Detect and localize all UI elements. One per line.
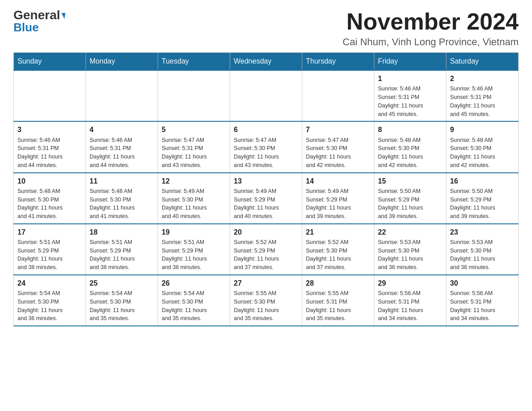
day-number: 11 xyxy=(90,176,154,186)
calendar-cell: 16Sunrise: 5:50 AM Sunset: 5:29 PM Dayli… xyxy=(446,173,519,224)
calendar-subtitle: Cai Nhum, Vinh Long Province, Vietnam xyxy=(343,36,519,48)
calendar-week-5: 24Sunrise: 5:54 AM Sunset: 5:30 PM Dayli… xyxy=(14,275,519,326)
day-info: Sunrise: 5:54 AM Sunset: 5:30 PM Dayligh… xyxy=(90,289,154,323)
day-info: Sunrise: 5:50 AM Sunset: 5:29 PM Dayligh… xyxy=(378,187,442,221)
day-info: Sunrise: 5:55 AM Sunset: 5:31 PM Dayligh… xyxy=(306,289,370,323)
day-info: Sunrise: 5:53 AM Sunset: 5:30 PM Dayligh… xyxy=(378,238,442,272)
calendar-cell: 24Sunrise: 5:54 AM Sunset: 5:30 PM Dayli… xyxy=(14,275,86,326)
day-number: 7 xyxy=(306,124,370,135)
weekday-header-sunday: Sunday xyxy=(14,53,86,71)
weekday-header-tuesday: Tuesday xyxy=(158,53,230,71)
weekday-header-monday: Monday xyxy=(86,53,158,71)
day-info: Sunrise: 5:56 AM Sunset: 5:31 PM Dayligh… xyxy=(378,289,442,323)
day-number: 10 xyxy=(17,176,82,186)
day-info: Sunrise: 5:54 AM Sunset: 5:30 PM Dayligh… xyxy=(17,289,82,323)
calendar-table: SundayMondayTuesdayWednesdayThursdayFrid… xyxy=(13,52,519,326)
calendar-cell xyxy=(86,70,158,121)
day-number: 6 xyxy=(234,124,298,135)
day-info: Sunrise: 5:48 AM Sunset: 5:30 PM Dayligh… xyxy=(17,187,82,221)
day-info: Sunrise: 5:49 AM Sunset: 5:29 PM Dayligh… xyxy=(306,187,370,221)
calendar-cell: 8Sunrise: 5:48 AM Sunset: 5:30 PM Daylig… xyxy=(374,121,446,172)
day-info: Sunrise: 5:50 AM Sunset: 5:29 PM Dayligh… xyxy=(450,187,515,221)
calendar-week-2: 3Sunrise: 5:46 AM Sunset: 5:31 PM Daylig… xyxy=(14,121,519,172)
day-number: 26 xyxy=(162,278,226,288)
calendar-cell: 18Sunrise: 5:51 AM Sunset: 5:29 PM Dayli… xyxy=(86,224,158,275)
calendar-cell xyxy=(230,70,302,121)
day-number: 9 xyxy=(450,124,515,135)
calendar-cell: 25Sunrise: 5:54 AM Sunset: 5:30 PM Dayli… xyxy=(86,275,158,326)
calendar-cell xyxy=(158,70,230,121)
day-number: 13 xyxy=(234,176,298,186)
calendar-week-4: 17Sunrise: 5:51 AM Sunset: 5:29 PM Dayli… xyxy=(14,224,519,275)
day-info: Sunrise: 5:51 AM Sunset: 5:29 PM Dayligh… xyxy=(17,238,82,272)
calendar-title: November 2024 xyxy=(343,9,519,34)
day-number: 20 xyxy=(234,227,298,237)
calendar-cell: 23Sunrise: 5:53 AM Sunset: 5:30 PM Dayli… xyxy=(446,224,519,275)
day-number: 22 xyxy=(378,227,442,237)
day-info: Sunrise: 5:54 AM Sunset: 5:30 PM Dayligh… xyxy=(162,289,226,323)
calendar-cell: 17Sunrise: 5:51 AM Sunset: 5:29 PM Dayli… xyxy=(14,224,86,275)
calendar-cell: 15Sunrise: 5:50 AM Sunset: 5:29 PM Dayli… xyxy=(374,173,446,224)
weekday-header-wednesday: Wednesday xyxy=(230,53,302,71)
day-info: Sunrise: 5:51 AM Sunset: 5:29 PM Dayligh… xyxy=(90,238,154,272)
day-number: 17 xyxy=(17,227,82,237)
day-info: Sunrise: 5:52 AM Sunset: 5:30 PM Dayligh… xyxy=(306,238,370,272)
calendar-cell: 29Sunrise: 5:56 AM Sunset: 5:31 PM Dayli… xyxy=(374,275,446,326)
day-info: Sunrise: 5:47 AM Sunset: 5:31 PM Dayligh… xyxy=(162,136,226,170)
title-area: November 2024 Cai Nhum, Vinh Long Provin… xyxy=(343,9,519,48)
day-number: 8 xyxy=(378,124,442,135)
calendar-cell: 19Sunrise: 5:51 AM Sunset: 5:29 PM Dayli… xyxy=(158,224,230,275)
day-number: 14 xyxy=(306,176,370,186)
day-number: 25 xyxy=(90,278,154,288)
calendar-cell: 13Sunrise: 5:49 AM Sunset: 5:29 PM Dayli… xyxy=(230,173,302,224)
calendar-week-1: 1Sunrise: 5:46 AM Sunset: 5:31 PM Daylig… xyxy=(14,70,519,121)
day-info: Sunrise: 5:47 AM Sunset: 5:30 PM Dayligh… xyxy=(306,136,370,170)
day-number: 1 xyxy=(378,73,442,84)
calendar-cell: 21Sunrise: 5:52 AM Sunset: 5:30 PM Dayli… xyxy=(302,224,374,275)
calendar-week-3: 10Sunrise: 5:48 AM Sunset: 5:30 PM Dayli… xyxy=(14,173,519,224)
calendar-cell: 30Sunrise: 5:56 AM Sunset: 5:31 PM Dayli… xyxy=(446,275,519,326)
day-info: Sunrise: 5:48 AM Sunset: 5:30 PM Dayligh… xyxy=(90,187,154,221)
calendar-cell: 2Sunrise: 5:46 AM Sunset: 5:31 PM Daylig… xyxy=(446,70,519,121)
day-number: 27 xyxy=(234,278,298,288)
day-number: 28 xyxy=(306,278,370,288)
calendar-cell: 28Sunrise: 5:55 AM Sunset: 5:31 PM Dayli… xyxy=(302,275,374,326)
day-number: 16 xyxy=(450,176,515,186)
day-number: 15 xyxy=(378,176,442,186)
calendar-cell: 3Sunrise: 5:46 AM Sunset: 5:31 PM Daylig… xyxy=(14,121,86,172)
day-info: Sunrise: 5:56 AM Sunset: 5:31 PM Dayligh… xyxy=(450,289,515,323)
calendar-cell: 1Sunrise: 5:46 AM Sunset: 5:31 PM Daylig… xyxy=(374,70,446,121)
weekday-header-saturday: Saturday xyxy=(446,53,519,71)
day-number: 23 xyxy=(450,227,515,237)
day-info: Sunrise: 5:46 AM Sunset: 5:31 PM Dayligh… xyxy=(450,85,515,118)
day-info: Sunrise: 5:51 AM Sunset: 5:29 PM Dayligh… xyxy=(162,238,226,272)
day-number: 12 xyxy=(162,176,226,186)
calendar-cell: 14Sunrise: 5:49 AM Sunset: 5:29 PM Dayli… xyxy=(302,173,374,224)
calendar-cell: 10Sunrise: 5:48 AM Sunset: 5:30 PM Dayli… xyxy=(14,173,86,224)
weekday-header-row: SundayMondayTuesdayWednesdayThursdayFrid… xyxy=(14,53,519,71)
day-info: Sunrise: 5:49 AM Sunset: 5:30 PM Dayligh… xyxy=(162,187,226,221)
calendar-cell: 11Sunrise: 5:48 AM Sunset: 5:30 PM Dayli… xyxy=(86,173,158,224)
day-number: 5 xyxy=(162,124,226,135)
logo: General Blue xyxy=(13,9,65,34)
day-info: Sunrise: 5:52 AM Sunset: 5:29 PM Dayligh… xyxy=(234,238,298,272)
day-info: Sunrise: 5:49 AM Sunset: 5:29 PM Dayligh… xyxy=(234,187,298,221)
day-number: 19 xyxy=(162,227,226,237)
day-number: 21 xyxy=(306,227,370,237)
logo-general: General xyxy=(13,9,65,21)
day-info: Sunrise: 5:48 AM Sunset: 5:30 PM Dayligh… xyxy=(450,136,515,170)
day-info: Sunrise: 5:53 AM Sunset: 5:30 PM Dayligh… xyxy=(450,238,515,272)
day-number: 30 xyxy=(450,278,515,288)
calendar-cell: 6Sunrise: 5:47 AM Sunset: 5:30 PM Daylig… xyxy=(230,121,302,172)
calendar-cell: 26Sunrise: 5:54 AM Sunset: 5:30 PM Dayli… xyxy=(158,275,230,326)
day-info: Sunrise: 5:47 AM Sunset: 5:30 PM Dayligh… xyxy=(234,136,298,170)
calendar-cell: 22Sunrise: 5:53 AM Sunset: 5:30 PM Dayli… xyxy=(374,224,446,275)
weekday-header-thursday: Thursday xyxy=(302,53,374,71)
calendar-cell: 9Sunrise: 5:48 AM Sunset: 5:30 PM Daylig… xyxy=(446,121,519,172)
page-header: General Blue November 2024 Cai Nhum, Vin… xyxy=(13,9,519,48)
calendar-cell: 5Sunrise: 5:47 AM Sunset: 5:31 PM Daylig… xyxy=(158,121,230,172)
day-number: 29 xyxy=(378,278,442,288)
calendar-cell: 27Sunrise: 5:55 AM Sunset: 5:30 PM Dayli… xyxy=(230,275,302,326)
day-number: 24 xyxy=(17,278,82,288)
calendar-cell xyxy=(14,70,86,121)
